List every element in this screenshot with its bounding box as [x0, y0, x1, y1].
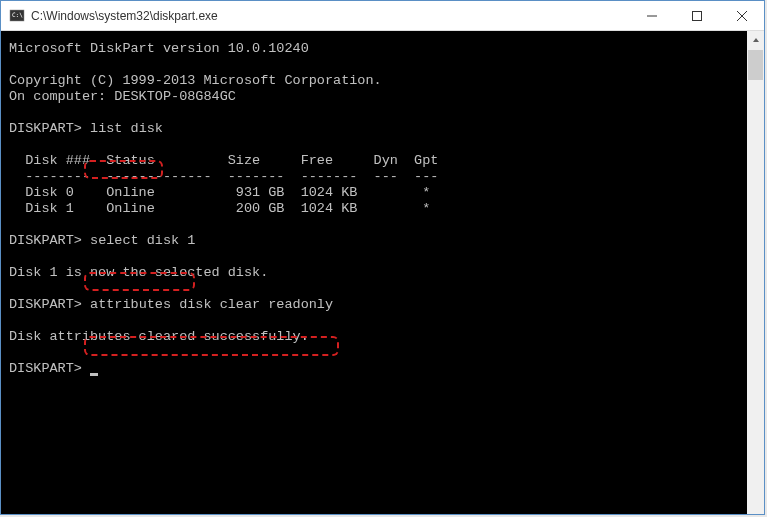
text-line: Microsoft DiskPart version 10.0.10240	[9, 41, 309, 56]
cursor	[90, 373, 98, 376]
scroll-up-button[interactable]	[747, 31, 764, 48]
minimize-button[interactable]	[629, 1, 674, 30]
prompt: DISKPART>	[9, 121, 82, 136]
prompt: DISKPART>	[9, 361, 82, 376]
window-title: C:\Windows\system32\diskpart.exe	[31, 9, 629, 23]
window-controls	[629, 1, 764, 30]
text-line: Disk attributes cleared successfully.	[9, 329, 309, 344]
svg-text:C:\: C:\	[12, 11, 23, 18]
table-header: Disk ### Status Size Free Dyn Gpt	[9, 153, 438, 168]
text-line: Disk 1 is now the selected disk.	[9, 265, 268, 280]
table-separator: -------- ------------- ------- ------- -…	[9, 169, 438, 184]
command: attributes disk clear readonly	[90, 297, 333, 312]
app-icon: C:\	[9, 8, 25, 24]
scroll-thumb[interactable]	[748, 50, 763, 80]
table-row: Disk 1 Online 200 GB 1024 KB *	[9, 201, 430, 216]
command: list disk	[90, 121, 163, 136]
terminal-output[interactable]: Microsoft DiskPart version 10.0.10240 Co…	[1, 31, 747, 514]
vertical-scrollbar[interactable]	[747, 31, 764, 514]
window-titlebar[interactable]: C:\ C:\Windows\system32\diskpart.exe	[1, 1, 764, 31]
terminal-area: Microsoft DiskPart version 10.0.10240 Co…	[1, 31, 764, 514]
command: select disk 1	[90, 233, 195, 248]
close-button[interactable]	[719, 1, 764, 30]
prompt: DISKPART>	[9, 297, 82, 312]
text-line: On computer: DESKTOP-08G84GC	[9, 89, 236, 104]
svg-rect-3	[692, 11, 701, 20]
table-row: Disk 0 Online 931 GB 1024 KB *	[9, 185, 430, 200]
diskpart-window: C:\ C:\Windows\system32\diskpart.exe Mic…	[0, 0, 765, 515]
prompt: DISKPART>	[9, 233, 82, 248]
text-line: Copyright (C) 1999-2013 Microsoft Corpor…	[9, 73, 382, 88]
maximize-button[interactable]	[674, 1, 719, 30]
